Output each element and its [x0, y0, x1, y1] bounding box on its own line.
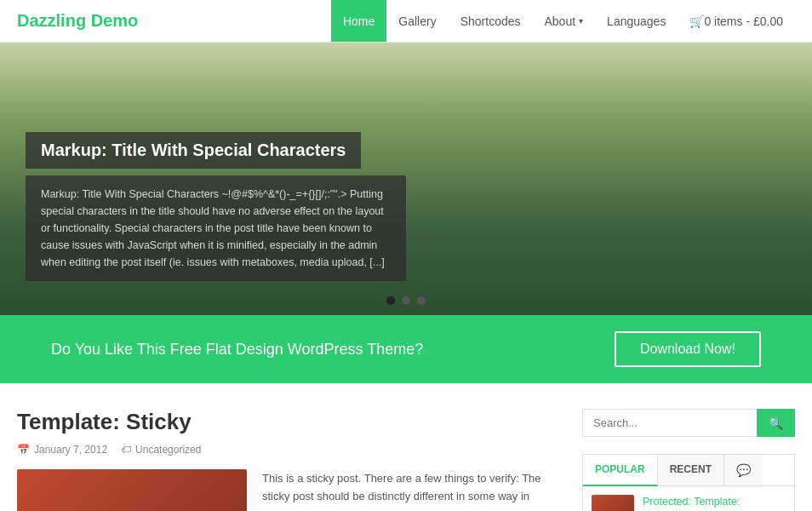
navbar: Dazzling Demo Home Gallery Shortcodes Ab… [0, 0, 812, 43]
hero-content: Markup: Title With Special Characters Ma… [26, 132, 406, 281]
tabs-content: Protected: Template: Password Protected … [583, 486, 794, 511]
tab-item-1: Protected: Template: Password Protected … [583, 486, 794, 511]
hero-section: Markup: Title With Special Characters Ma… [0, 43, 812, 315]
tab-item-thumb-1 [592, 495, 634, 511]
tab-item-title-1[interactable]: Protected: Template: Password Protected … [643, 495, 786, 511]
tab-item-text-1: Protected: Template: Password Protected … [643, 495, 786, 511]
cta-banner: Do You Like This Free Flat Design WordPr… [0, 315, 812, 383]
content-area: Template: Sticky 📅 January 7, 2012 🏷 Unc… [0, 383, 812, 511]
cart-button[interactable]: 🛒 0 items - £0.00 [678, 14, 795, 28]
tab-comments-icon[interactable]: 💬 [724, 455, 763, 485]
cta-text: Do You Like This Free Flat Design WordPr… [51, 341, 423, 359]
tab-popular[interactable]: POPULAR [583, 455, 658, 486]
post-body: This is a sticky post. There are a few t… [17, 469, 557, 511]
post-meta: 📅 January 7, 2012 🏷 Uncategorized [17, 444, 557, 456]
nav-item-shortcodes[interactable]: Shortcodes [449, 0, 533, 42]
chevron-down-icon: ▾ [579, 16, 583, 26]
post-category: 🏷 Uncategorized [121, 444, 201, 456]
search-button[interactable]: 🔍 [757, 409, 795, 437]
search-icon: 🔍 [769, 416, 783, 430]
nav-item-languages[interactable]: Languages [595, 0, 678, 42]
tabs-container: POPULAR RECENT 💬 Protected: Template: Pa… [582, 454, 795, 511]
brand-logo[interactable]: Dazzling Demo [17, 11, 331, 31]
post-title: Template: Sticky [17, 409, 557, 435]
dot-1[interactable] [386, 296, 395, 305]
nav-item-about[interactable]: About ▾ [533, 0, 596, 42]
calendar-icon: 📅 [17, 444, 30, 456]
folder-icon: 🏷 [121, 444, 131, 456]
hero-title-box: Markup: Title With Special Characters [26, 132, 361, 169]
search-input[interactable] [582, 409, 757, 437]
tabs-header: POPULAR RECENT 💬 [583, 455, 794, 486]
nav-item-gallery[interactable]: Gallery [386, 0, 448, 42]
search-box: 🔍 [582, 409, 795, 437]
hero-title: Markup: Title With Special Characters [41, 141, 346, 160]
post-date: 📅 January 7, 2012 [17, 444, 107, 456]
post-thumbnail [17, 469, 247, 511]
hero-excerpt: Markup: Title With Special Characters ~!… [26, 175, 406, 281]
dot-3[interactable] [417, 296, 426, 305]
comment-icon: 💬 [736, 463, 751, 477]
cart-icon: 🛒 [689, 14, 704, 28]
main-content: Template: Sticky 📅 January 7, 2012 🏷 Unc… [17, 409, 557, 511]
sidebar: 🔍 POPULAR RECENT 💬 Protected: Te [582, 409, 795, 511]
tab-recent[interactable]: RECENT [658, 455, 724, 485]
hero-dots [386, 296, 426, 305]
download-button[interactable]: Download Now! [615, 331, 761, 367]
nav-item-home[interactable]: Home [331, 0, 386, 42]
dot-2[interactable] [402, 296, 410, 305]
nav-menu: Home Gallery Shortcodes About ▾ Language… [331, 0, 678, 42]
